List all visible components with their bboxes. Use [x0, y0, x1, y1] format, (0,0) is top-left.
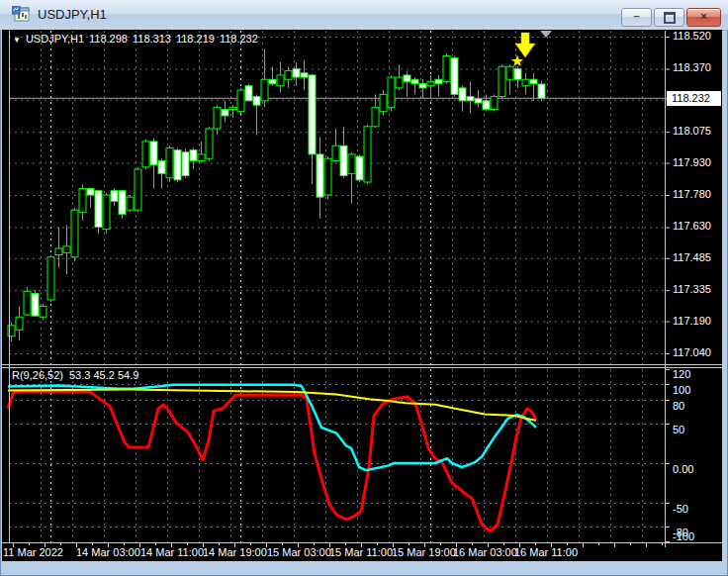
- candle-body-up: [396, 77, 403, 88]
- header-symbol: USDJPY,H1: [26, 33, 84, 45]
- indicator-axis-label: 120: [673, 368, 690, 380]
- candle-body-down: [190, 150, 197, 161]
- candle-body-up: [40, 306, 46, 317]
- indicator-axis-label: 80: [673, 400, 684, 412]
- candle-body-up: [79, 189, 86, 213]
- candle-body-up: [135, 169, 141, 210]
- candle-body-up: [324, 158, 331, 195]
- candle-body-up: [522, 79, 529, 85]
- header-high: 118.313: [133, 33, 171, 45]
- time-axis-label: 16 Mar 03:00: [453, 546, 517, 558]
- chart-window: USDJPY,H1 – × ★ ▼USDJPY,H1118.298118.313…: [0, 0, 728, 576]
- indicator-axis-label: 50: [673, 424, 684, 435]
- candle-body-up: [16, 317, 23, 330]
- candle-body-up: [47, 257, 54, 300]
- price-axis-label: 117.930: [673, 156, 711, 168]
- candle-body-down: [475, 99, 482, 103]
- candle-body-up: [103, 195, 110, 230]
- candle-body-down: [483, 101, 490, 110]
- candle-body-down: [411, 79, 418, 83]
- oscillator-line-R-mid: [8, 385, 536, 470]
- candle-body-up: [372, 107, 379, 126]
- candle-body-up: [348, 154, 355, 173]
- candle-body-up: [285, 71, 292, 80]
- candle-body-up: [142, 142, 149, 167]
- candle-body-down: [158, 160, 165, 173]
- candle-body-down: [530, 79, 537, 83]
- symbol-dropdown-icon[interactable]: ▼: [13, 36, 21, 45]
- candle-body-up: [166, 147, 173, 177]
- header-open: 118.298: [89, 33, 128, 45]
- oscillator-line-R-fast: [8, 391, 536, 530]
- candle-body-down: [253, 97, 260, 106]
- candle-body-down: [32, 293, 39, 316]
- candle-body-up: [206, 129, 213, 158]
- candle-body-up: [127, 197, 134, 210]
- candle-body-down: [111, 191, 118, 202]
- price-axis-label: 118.075: [673, 125, 711, 137]
- price-axis-label: 117.630: [673, 220, 711, 232]
- candle-body-down: [467, 97, 474, 101]
- candle-body-down: [87, 189, 94, 195]
- candle-body-up: [237, 90, 244, 112]
- candle-body-down: [317, 154, 323, 197]
- time-axis-label: 11 Mar 2022: [3, 546, 63, 558]
- indicator-header: R(9,26,52)53.3 45.2 54.9: [12, 369, 144, 381]
- candle-body-down: [340, 145, 347, 175]
- price-axis-label: 118.520: [673, 30, 711, 42]
- candle-body-down: [451, 58, 458, 95]
- candle-body-up: [24, 291, 31, 315]
- candle-body-up: [364, 127, 371, 182]
- ohlc-header: ▼USDJPY,H1118.298118.313118.219118.232: [13, 33, 263, 45]
- chart-plot[interactable]: ★: [0, 0, 728, 576]
- candle-body-down: [301, 73, 308, 77]
- candle-body-down: [174, 150, 181, 180]
- time-axis-label: 14 Mar 11:00: [140, 546, 204, 558]
- candle-body-down: [95, 191, 102, 228]
- candle-body-down: [435, 79, 442, 83]
- bar-shift-marker-icon: [540, 31, 552, 38]
- candle-body-down: [459, 88, 466, 101]
- time-axis-label: 14 Mar 19:00: [203, 546, 267, 558]
- price-axis-label: 117.780: [673, 188, 711, 200]
- candle-body-up: [277, 75, 284, 86]
- header-low: 118.219: [176, 33, 215, 45]
- candle-body-down: [182, 152, 189, 176]
- current-price-tag: 118.232: [667, 91, 721, 106]
- candle-body-up: [229, 107, 236, 109]
- candle-body-up: [499, 66, 505, 96]
- candle-body-up: [71, 210, 78, 257]
- candle-body-up: [261, 79, 268, 101]
- indicator-axis-label: -100: [673, 530, 694, 542]
- time-axis-label: 16 Mar 11:00: [514, 546, 578, 558]
- time-axis-label: 14 Mar 03:00: [76, 546, 140, 558]
- candle-body-down: [309, 75, 316, 154]
- candle-body-down: [538, 84, 545, 98]
- time-axis-label: 15 Mar 19:00: [392, 546, 456, 558]
- candle-body-up: [214, 107, 221, 129]
- price-axis-label: 117.190: [673, 315, 711, 327]
- candle-body-down: [119, 191, 126, 215]
- indicator-name: R(9,26,52): [12, 369, 63, 381]
- price-axis-label: 118.370: [673, 61, 711, 73]
- candle-body-up: [388, 77, 395, 107]
- candle-body-down: [404, 75, 410, 81]
- candle-body-down: [356, 156, 363, 180]
- candle-body-up: [63, 246, 70, 252]
- price-axis-label: 117.040: [673, 346, 711, 358]
- time-axis-label: 15 Mar 03:00: [267, 546, 331, 558]
- candle-body-up: [491, 97, 498, 110]
- header-close: 118.232: [220, 33, 258, 45]
- indicator-axis-label: 100: [673, 384, 690, 396]
- candle-body-down: [245, 86, 252, 101]
- candle-body-up: [198, 154, 205, 160]
- candle-body-down: [419, 84, 426, 88]
- candle-body-down: [222, 110, 228, 116]
- candle-body-up: [55, 248, 62, 254]
- price-axis-label: 117.485: [673, 251, 711, 263]
- time-axis-label: 15 Mar 11:00: [329, 546, 393, 558]
- candle-body-down: [293, 68, 300, 77]
- candle-body-up: [332, 145, 339, 160]
- candle-body-up: [443, 55, 450, 81]
- indicator-axis-label: 0.00: [673, 463, 693, 475]
